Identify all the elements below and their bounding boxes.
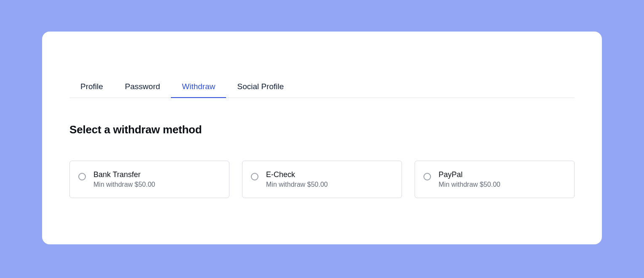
tab-withdraw[interactable]: Withdraw <box>171 78 226 98</box>
option-e-check[interactable]: E-Check Min withdraw $50.00 <box>242 161 402 198</box>
tab-social-profile[interactable]: Social Profile <box>226 78 295 98</box>
radio-icon[interactable] <box>78 173 86 180</box>
option-sublabel: Min withdraw $50.00 <box>266 181 328 188</box>
section-title: Select a withdraw method <box>69 123 575 136</box>
option-label: E-Check <box>266 170 328 179</box>
withdraw-options: Bank Transfer Min withdraw $50.00 E-Chec… <box>69 161 575 198</box>
radio-icon[interactable] <box>423 173 431 180</box>
tab-password[interactable]: Password <box>114 78 171 98</box>
option-label: Bank Transfer <box>93 170 155 179</box>
tab-profile[interactable]: Profile <box>69 78 114 98</box>
tabs-bar: Profile Password Withdraw Social Profile <box>69 78 575 98</box>
settings-card: Profile Password Withdraw Social Profile… <box>42 32 602 244</box>
radio-icon[interactable] <box>251 173 258 180</box>
option-bank-transfer[interactable]: Bank Transfer Min withdraw $50.00 <box>69 161 229 198</box>
option-label: PayPal <box>439 170 500 179</box>
option-sublabel: Min withdraw $50.00 <box>93 181 155 188</box>
option-paypal[interactable]: PayPal Min withdraw $50.00 <box>415 161 575 198</box>
option-sublabel: Min withdraw $50.00 <box>439 181 500 188</box>
